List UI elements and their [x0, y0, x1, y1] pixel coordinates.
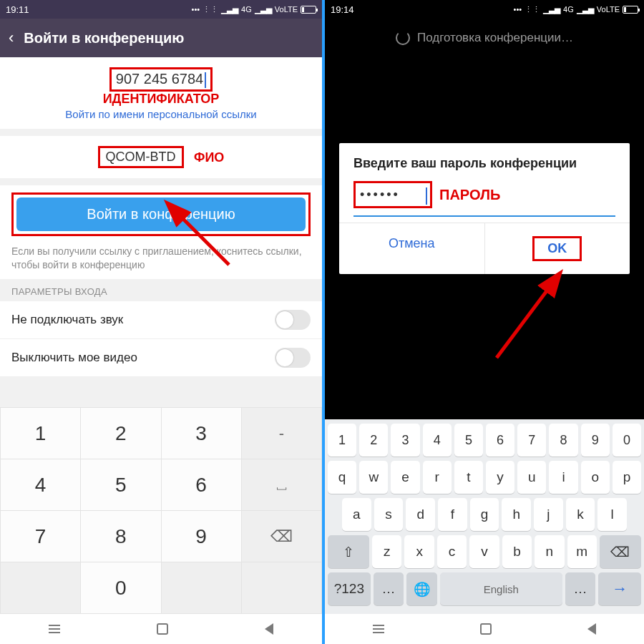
key-0[interactable]: 0 [613, 424, 641, 457]
key-1[interactable]: 1 [1, 408, 81, 459]
toggle-no-audio[interactable] [275, 310, 311, 330]
key-shift[interactable]: ⇧ [328, 535, 369, 568]
status-indicators-r: ••• ⋮⋮ ▁▃▅ 4G ▁▃▅ VoLTE [514, 5, 638, 14]
key-symbols[interactable]: ?123 [328, 572, 371, 605]
status-bar: 19:11 ••• ⋮⋮ ▁▃▅ 4G ▁▃▅ VoLTE [0, 0, 322, 19]
nav-home-icon[interactable] [480, 623, 492, 635]
nav-recents-icon[interactable] [373, 625, 384, 633]
nav-home-icon[interactable] [157, 623, 168, 635]
join-button[interactable]: Войти в конференцию [16, 197, 306, 231]
nav-back-icon[interactable] [265, 623, 273, 635]
nav-recents-icon[interactable] [49, 625, 60, 633]
key-0[interactable]: 0 [81, 562, 161, 614]
key-k[interactable]: k [566, 498, 595, 531]
key-space[interactable]: English [440, 572, 562, 605]
meeting-id-input[interactable]: 907 245 6784 [109, 67, 213, 92]
key-backspace[interactable]: ⌫ [241, 511, 321, 562]
key-5[interactable]: 5 [454, 424, 483, 457]
key-more[interactable]: … [374, 572, 404, 605]
password-input[interactable]: •••••• [353, 181, 432, 208]
key-d[interactable]: d [406, 498, 435, 531]
key-backspace[interactable]: ⌫ [600, 535, 641, 568]
key-h[interactable]: h [502, 498, 531, 531]
dots-icon: ••• [192, 5, 200, 14]
key-space[interactable]: ⎵ [241, 459, 321, 511]
key-l[interactable]: l [597, 498, 627, 531]
key-u[interactable]: u [517, 461, 546, 494]
key-2[interactable]: 2 [81, 408, 161, 459]
display-name-section: QCOM-BTD ФИО [0, 136, 322, 178]
key-6[interactable]: 6 [486, 424, 514, 457]
ok-button-wrap[interactable]: OK [485, 223, 630, 274]
meeting-id-section: 907 245 6784 ИДЕНТИФИКАТОР Войти по имен… [0, 57, 322, 129]
battery-icon [301, 6, 316, 14]
key-2[interactable]: 2 [359, 424, 388, 457]
key-4[interactable]: 4 [423, 424, 452, 457]
key-9[interactable]: 9 [581, 424, 610, 457]
key-g[interactable]: g [470, 498, 499, 531]
toggle-no-video[interactable] [275, 348, 311, 368]
key-j[interactable]: j [534, 498, 563, 531]
status-indicators: ••• ⋮⋮ ▁▃▅ 4G ▁▃▅ VoLTE [192, 5, 316, 14]
header-title: Войти в конференцию [24, 30, 184, 47]
svg-line-1 [497, 286, 550, 358]
key-1[interactable]: 1 [328, 424, 356, 457]
key-dash[interactable]: - [241, 408, 321, 459]
key-7[interactable]: 7 [1, 511, 81, 562]
key-t[interactable]: t [454, 461, 483, 494]
nav-back-icon[interactable] [587, 623, 596, 635]
key-q[interactable]: q [328, 461, 356, 494]
key-p[interactable]: p [613, 461, 641, 494]
phone-left-screen: 19:11 ••• ⋮⋮ ▁▃▅ 4G ▁▃▅ VoLTE ‹ Войти в … [0, 0, 322, 644]
qwerty-keyboard: 1234567890 qwertyuiop asdfghjkl ⇧zxcvbnm… [325, 419, 644, 614]
key-globe[interactable]: 🌐 [406, 572, 437, 605]
key-3[interactable]: 3 [161, 408, 241, 459]
key-4[interactable]: 4 [1, 459, 81, 511]
meeting-id-value: 907 245 6784 [116, 71, 203, 87]
volte-label: VoLTE [275, 5, 298, 14]
option-no-video-row[interactable]: Выключить мое видео [0, 339, 322, 377]
key-v[interactable]: v [469, 535, 499, 568]
key-8[interactable]: 8 [549, 424, 577, 457]
key-7[interactable]: 7 [517, 424, 546, 457]
network-label-r: 4G [563, 5, 574, 14]
cancel-button[interactable]: Отмена [339, 223, 485, 274]
back-icon[interactable]: ‹ [9, 29, 14, 47]
key-x[interactable]: x [404, 535, 434, 568]
key-w[interactable]: w [359, 461, 388, 494]
key-more2[interactable]: … [565, 572, 596, 605]
invite-hint-text: Если вы получили ссылку с приглашением, … [0, 240, 322, 279]
key-blank-r [161, 562, 241, 614]
signal-icon: ▁▃▅ [221, 5, 238, 14]
volte-label-r: VoLTE [597, 5, 620, 14]
annotation-identifier: ИДЕНТИФИКАТОР [0, 92, 322, 107]
key-f[interactable]: f [438, 498, 467, 531]
key-s[interactable]: s [374, 498, 404, 531]
key-e[interactable]: e [391, 461, 419, 494]
password-dialog: Введите ваш пароль конференции •••••• ПА… [339, 143, 630, 274]
status-bar-r: 19:14 ••• ⋮⋮ ▁▃▅ 4G ▁▃▅ VoLTE [325, 0, 644, 19]
display-name-input[interactable]: QCOM-BTD [98, 146, 184, 168]
key-b[interactable]: b [502, 535, 532, 568]
key-a[interactable]: a [342, 498, 371, 531]
personal-link[interactable]: Войти по имени персональной ссылки [0, 107, 322, 126]
key-o[interactable]: o [581, 461, 610, 494]
android-navbar [0, 614, 322, 644]
key-n[interactable]: n [535, 535, 564, 568]
key-i[interactable]: i [549, 461, 577, 494]
key-3[interactable]: 3 [391, 424, 419, 457]
key-r[interactable]: r [423, 461, 452, 494]
annotation-fio: ФИО [194, 150, 224, 165]
option-no-audio-row[interactable]: Не подключать звук [0, 301, 322, 339]
ok-button[interactable]: OK [532, 236, 582, 261]
key-8[interactable]: 8 [81, 511, 161, 562]
key-enter[interactable]: → [598, 572, 641, 605]
key-m[interactable]: m [567, 535, 597, 568]
key-blank-l [1, 562, 81, 614]
key-9[interactable]: 9 [161, 511, 241, 562]
key-y[interactable]: y [486, 461, 514, 494]
key-c[interactable]: c [437, 535, 467, 568]
key-5[interactable]: 5 [81, 459, 161, 511]
key-6[interactable]: 6 [161, 459, 241, 511]
key-z[interactable]: z [372, 535, 401, 568]
